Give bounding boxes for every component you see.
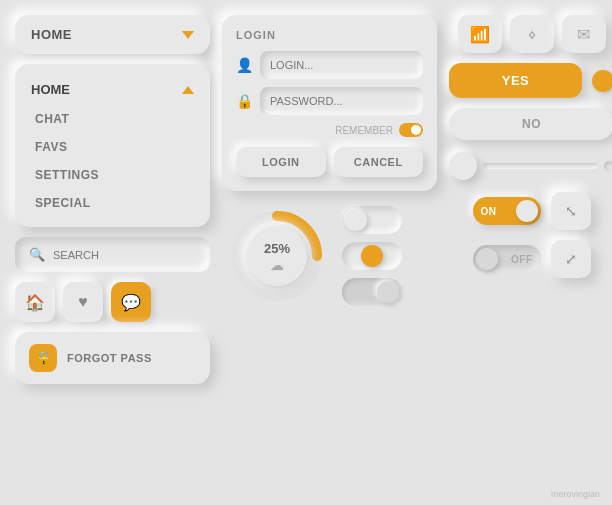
no-button[interactable]: NO <box>449 108 612 140</box>
sidebar-item-special[interactable]: SPECIAL <box>15 189 210 217</box>
heart-icon-button[interactable]: ♥ <box>63 282 103 322</box>
login-title: LOGIN <box>236 29 423 41</box>
toggle-1[interactable] <box>342 206 402 234</box>
no-button-row: NO <box>449 108 612 140</box>
lock-icon: 🔒 <box>29 344 57 372</box>
wifi-icon-button[interactable]: 📶 <box>458 15 502 53</box>
yes-dot-indicator <box>592 70 612 92</box>
username-row: 👤 <box>236 51 423 79</box>
compress-icon-button[interactable]: ⤢ <box>551 240 591 278</box>
slider-end-dot <box>604 161 612 171</box>
on-label: ON <box>481 206 497 217</box>
chevron-down-icon <box>182 31 194 39</box>
progress-circle: 25% ☁ <box>222 201 332 311</box>
watermark: merovingian <box>551 489 600 499</box>
on-toggle[interactable]: ON <box>473 197 541 225</box>
forgot-pass-button[interactable]: 🔒 FORGOT PASS <box>15 332 210 384</box>
chevron-up-icon[interactable] <box>182 86 194 94</box>
login-form: LOGIN 👤 🔒 REMEMBER LOGIN CANCEL <box>222 15 437 191</box>
menu-open: HOME CHAT FAVS SETTINGS SPECIAL <box>15 64 210 227</box>
remember-toggle[interactable] <box>399 123 423 137</box>
cancel-button[interactable]: CANCEL <box>334 147 424 177</box>
toggle-1-knob <box>345 209 367 231</box>
forgot-pass-label: FORGOT PASS <box>67 352 152 364</box>
toggle-3-knob <box>377 281 399 303</box>
download-icon: ☁ <box>264 257 290 273</box>
mail-icon-button[interactable]: ✉ <box>562 15 606 53</box>
user-icon: 👤 <box>236 57 252 73</box>
form-buttons: LOGIN CANCEL <box>236 147 423 177</box>
toggle-2[interactable] <box>342 242 402 270</box>
slider-track[interactable] <box>483 163 598 169</box>
remember-row: REMEMBER <box>236 123 423 137</box>
toggle-3[interactable] <box>342 278 402 306</box>
menu-header: HOME <box>15 74 210 105</box>
on-off-row: ON ⤡ <box>449 192 612 230</box>
dropdown-label: HOME <box>31 27 72 42</box>
off-label: OFF <box>511 254 533 265</box>
password-input[interactable] <box>260 87 423 115</box>
bluetooth-icon-button[interactable]: ⬨ <box>510 15 554 53</box>
compress-icon: ⤢ <box>565 251 577 267</box>
username-input[interactable] <box>260 51 423 79</box>
yes-button[interactable]: YES <box>449 63 582 98</box>
progress-percent: 25% <box>264 241 290 256</box>
bluetooth-icon: ⬨ <box>527 25 537 43</box>
lock-field-icon: 🔒 <box>236 93 252 109</box>
sidebar-item-favs[interactable]: FAVS <box>15 133 210 161</box>
top-icon-buttons: 📶 ⬨ ✉ <box>449 15 612 53</box>
remember-label: REMEMBER <box>335 125 393 136</box>
mail-icon: ✉ <box>577 25 590 44</box>
yes-button-row: YES <box>449 63 612 98</box>
action-icons-row: 🏠 ♥ 💬 <box>15 282 210 322</box>
expand-icon-button[interactable]: ⤡ <box>551 192 591 230</box>
home-icon-button[interactable]: 🏠 <box>15 282 55 322</box>
progress-inner: 25% ☁ <box>264 239 290 273</box>
expand-icon: ⤡ <box>565 203 577 219</box>
sidebar-item-chat[interactable]: CHAT <box>15 105 210 133</box>
on-knob <box>516 200 538 222</box>
slider-row <box>449 150 612 182</box>
search-bar: 🔍 <box>15 237 210 272</box>
menu-header-label: HOME <box>31 82 70 97</box>
slider-knob[interactable] <box>449 152 477 180</box>
off-toggle[interactable]: OFF <box>473 245 541 273</box>
dropdown-closed[interactable]: HOME <box>15 15 210 54</box>
sidebar-item-settings[interactable]: SETTINGS <box>15 161 210 189</box>
off-knob <box>476 248 498 270</box>
login-button[interactable]: LOGIN <box>236 147 326 177</box>
chat-icon-button[interactable]: 💬 <box>111 282 151 322</box>
off-row: OFF ⤢ <box>449 240 612 278</box>
search-input[interactable] <box>53 249 196 261</box>
toggle-2-knob <box>361 245 383 267</box>
wifi-icon: 📶 <box>470 25 490 44</box>
password-row: 🔒 <box>236 87 423 115</box>
search-icon: 🔍 <box>29 247 45 262</box>
